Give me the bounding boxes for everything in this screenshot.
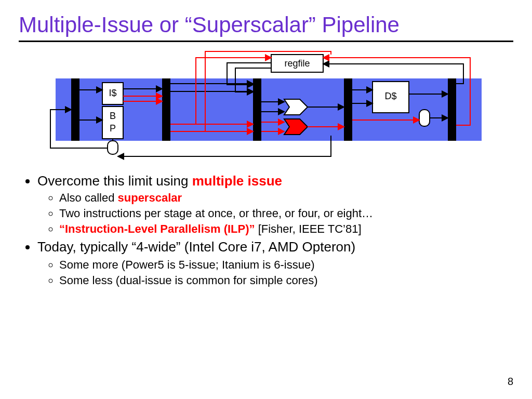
b1c-red: “Instruction-Level Parallelism (ILP)” bbox=[59, 222, 258, 235]
b1-pre: Overcome this limit using bbox=[37, 173, 192, 189]
pipe-reg-1 bbox=[71, 78, 79, 141]
bp-label-p: P bbox=[110, 123, 116, 134]
bullet-2a: Some more (Power5 is 5-issue; Itanium is… bbox=[59, 258, 513, 272]
pc-oval bbox=[108, 141, 118, 154]
pipeline-diagram: regfile I$ B P D$ bbox=[40, 47, 492, 167]
bp-label-b: B bbox=[110, 111, 116, 121]
pipe-reg-3 bbox=[253, 78, 261, 141]
pipe-reg-4 bbox=[344, 78, 352, 141]
bullets: Overcome this limit using multiple issue… bbox=[19, 173, 513, 287]
bullet-2: Today, typically “4-wide” (Intel Core i7… bbox=[37, 239, 513, 255]
pipeline-diagram-wrap: regfile I$ B P D$ bbox=[19, 47, 513, 167]
bullet-1a: Also called superscalar bbox=[59, 191, 513, 205]
b1c-cite: [Fisher, IEEE TC’81] bbox=[258, 222, 362, 235]
slide: Multiple-Issue or “Superscalar” Pipeline bbox=[0, 0, 532, 399]
regfile-label: regfile bbox=[284, 58, 310, 69]
dcache-label: D$ bbox=[384, 91, 396, 101]
pipe-reg-5 bbox=[448, 78, 456, 141]
b1a-red: superscalar bbox=[118, 191, 182, 204]
page-number: 8 bbox=[508, 376, 513, 388]
slide-title: Multiple-Issue or “Superscalar” Pipeline bbox=[19, 12, 513, 37]
title-rule bbox=[19, 41, 513, 42]
b1-red: multiple issue bbox=[192, 173, 282, 189]
icache-label: I$ bbox=[109, 88, 116, 98]
bullet-1c: “Instruction-Level Parallelism (ILP)” [F… bbox=[59, 222, 513, 236]
b1a-pre: Also called bbox=[59, 191, 118, 204]
bullet-2b: Some less (dual-issue is common for simp… bbox=[59, 274, 513, 287]
pipe-reg-2 bbox=[162, 78, 170, 141]
writeback-oval bbox=[419, 110, 430, 126]
bullet-1: Overcome this limit using multiple issue… bbox=[37, 173, 513, 236]
bullet-1b: Two instructions per stage at once, or t… bbox=[59, 207, 513, 220]
